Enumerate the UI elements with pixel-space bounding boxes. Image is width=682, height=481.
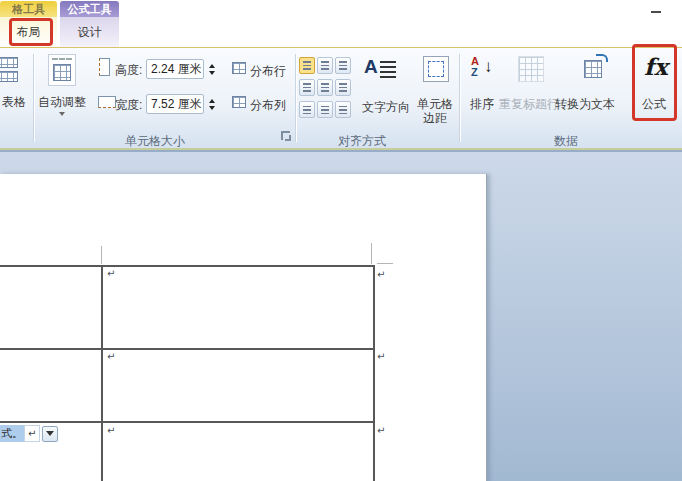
table-grid-icon — [0, 57, 18, 68]
table-border-top — [0, 265, 375, 267]
repeat-header-rows-icon — [518, 56, 544, 82]
paragraph-mark: ↵ — [107, 269, 115, 279]
align-bottom-center-button[interactable] — [317, 101, 333, 118]
word-window: 格工具 布局 公式工具 设计 表格 自动调整 高度: 宽度: — [0, 0, 682, 481]
cell-margins-button-line2[interactable]: 边距 — [408, 110, 462, 127]
align-center-right-button[interactable] — [335, 79, 351, 96]
row-height-icon — [99, 58, 110, 76]
margin-mark-icon — [371, 243, 372, 264]
selected-text[interactable]: 式。 — [0, 425, 24, 442]
width-input[interactable] — [146, 94, 204, 114]
paragraph-mark: ↵ — [24, 425, 40, 442]
distribute-columns-icon — [232, 96, 246, 108]
table-grid-icon — [0, 71, 18, 82]
align-top-center-button[interactable] — [317, 57, 333, 74]
minimize-icon[interactable] — [651, 11, 661, 13]
text-direction-lines-icon — [380, 61, 396, 78]
align-top-left-button[interactable] — [299, 57, 315, 74]
formula-tools-contextual-group: 公式工具 设计 — [60, 1, 119, 47]
autofit-button[interactable]: 自动调整 — [34, 94, 90, 111]
document-page[interactable] — [0, 174, 487, 481]
distribute-rows-button[interactable]: 分布行 — [250, 63, 286, 80]
height-label: 高度: — [115, 62, 142, 79]
distribute-columns-button[interactable]: 分布列 — [250, 97, 286, 114]
sort-arrow-icon: ↓ — [484, 57, 493, 77]
cell-size-dialog-launcher-icon[interactable] — [281, 131, 290, 140]
align-top-right-button[interactable] — [335, 57, 351, 74]
align-bottom-right-button[interactable] — [335, 101, 351, 118]
formula-tools-header: 公式工具 — [60, 1, 119, 17]
align-bottom-left-button[interactable] — [299, 101, 315, 118]
highlight-box-formula-button — [632, 44, 677, 121]
autofit-icon — [48, 54, 76, 86]
paragraph-mark: ↵ — [377, 426, 385, 436]
column-width-icon — [98, 96, 116, 108]
table-tools-header: 格工具 — [0, 1, 57, 17]
convert-to-text-button[interactable]: 转换为文本 — [552, 96, 618, 113]
paragraph-mark: ↵ — [107, 352, 115, 362]
convert-arrow-icon — [596, 54, 608, 62]
sort-button[interactable]: 排序 — [464, 96, 500, 113]
paragraph-mark: ↵ — [377, 270, 385, 280]
width-spinner[interactable] — [206, 94, 218, 114]
width-label: 宽度: — [115, 97, 142, 114]
text-direction-icon: A — [364, 56, 378, 78]
align-center-button[interactable] — [317, 79, 333, 96]
table-button[interactable]: 表格 — [0, 94, 32, 111]
sort-az-icon: AZ — [471, 56, 479, 78]
height-spinner[interactable] — [206, 59, 218, 79]
margin-mark-icon — [377, 263, 393, 264]
align-center-left-button[interactable] — [299, 79, 315, 96]
options-dropdown-button[interactable] — [42, 426, 58, 442]
selected-cell-fragment: 式。 ↵ — [0, 425, 58, 442]
highlight-box-layout-tab — [9, 18, 53, 46]
height-input[interactable] — [146, 59, 204, 79]
paragraph-mark: ↵ — [377, 352, 385, 362]
table-border-row3 — [0, 421, 375, 423]
distribute-rows-icon — [232, 62, 246, 74]
table-border-row2 — [0, 348, 375, 350]
group-label-data: 数据 — [526, 133, 606, 150]
group-label-alignment: 对齐方式 — [322, 133, 402, 150]
document-area: ↵ ↵ ↵ ↵ ↵ ↵ 式。 ↵ 查询啦 chaxunla.com — [0, 150, 682, 481]
convert-to-text-icon — [584, 60, 602, 78]
chevron-down-icon[interactable] — [59, 112, 65, 116]
table-border-column — [101, 265, 103, 481]
group-label-cell-size: 单元格大小 — [105, 133, 205, 150]
margin-mark-icon — [101, 246, 102, 264]
table-border-right — [373, 265, 375, 481]
ribbon-layout-tab-content: 表格 自动调整 高度: 宽度: 分布行 分布列 — [0, 48, 682, 150]
paragraph-mark: ↵ — [107, 426, 115, 436]
tab-design[interactable]: 设计 — [60, 17, 119, 47]
ribbon-tab-row: 格工具 布局 公式工具 设计 — [0, 0, 682, 48]
cell-margins-icon — [423, 56, 449, 82]
text-direction-button[interactable]: 文字方向 — [358, 99, 414, 116]
